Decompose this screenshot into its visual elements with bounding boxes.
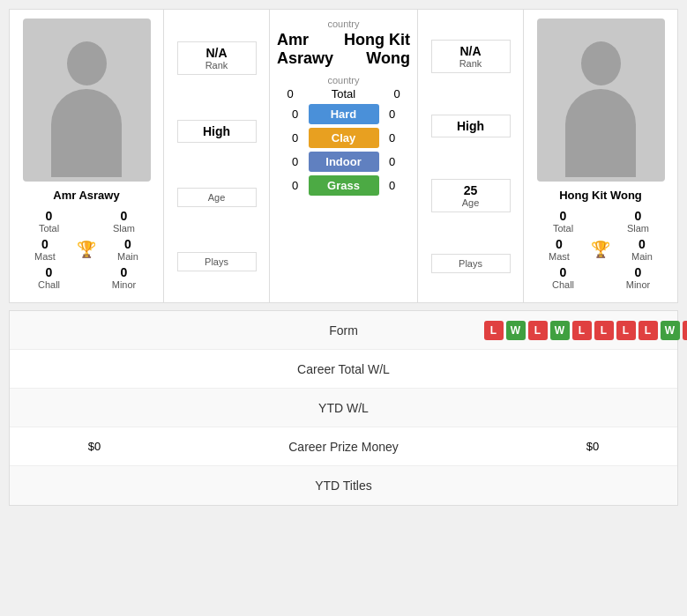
- form-badge-l: L: [528, 321, 548, 340]
- left-mast-stat: 0 Mast: [17, 237, 73, 262]
- form-badge-l: L: [638, 321, 658, 340]
- court-row-indoor: 0 Indoor 0: [282, 152, 406, 172]
- form-badges: LWLWLLLLWL: [484, 321, 688, 340]
- left-total-value: 0: [17, 209, 81, 223]
- right-total-stat: 0 Total: [531, 209, 595, 234]
- left-main-label: Main: [100, 251, 156, 262]
- left-main-value: 0: [100, 237, 156, 251]
- right-minor-value: 0: [606, 265, 670, 279]
- form-badge-w: W: [506, 321, 526, 340]
- avatar-head-right: [581, 41, 621, 85]
- right-mast-stat: 0 Mast: [531, 237, 587, 262]
- left-player-name: Amr Asrawy: [53, 189, 119, 202]
- left-trophy-row: 0 Mast 🏆 0 Main: [17, 237, 156, 262]
- right-slam-value: 0: [606, 209, 670, 223]
- right-slam-label: Slam: [606, 223, 670, 234]
- left-title: Amr Asrawy: [277, 31, 344, 68]
- right-age-value: 25: [443, 183, 499, 197]
- form-badge-l: L: [572, 321, 592, 340]
- left-total-stat: 0 Total: [17, 209, 81, 234]
- left-slam-stat: 0 Slam: [92, 209, 156, 234]
- right-high-box: High: [431, 115, 511, 137]
- left-mast-label: Mast: [17, 251, 73, 262]
- court-btn-hard: Hard: [309, 104, 379, 124]
- right-player-card: Hong Kit Wong 0 Total 0 Slam 0 Mast 🏆: [523, 10, 677, 302]
- main-container: Amr Asrawy 0 Total 0 Slam 0 Mast 🏆 0: [0, 0, 687, 520]
- center-courts-panel: country Amr Asrawy Hong Kit Wong country…: [270, 10, 417, 302]
- right-high-value: High: [443, 119, 499, 133]
- right-main-value: 0: [614, 237, 670, 251]
- form-row: Form LWLWLLLLWL: [10, 311, 677, 350]
- left-rank-value: N/A: [189, 46, 245, 60]
- court-btn-clay: Clay: [309, 128, 379, 148]
- right-chall-value: 0: [531, 265, 595, 279]
- right-rank-box: N/A Rank: [431, 40, 511, 73]
- total-label: Total: [303, 87, 384, 100]
- right-country-flag: country: [327, 75, 359, 85]
- bottom-stats: Form LWLWLLLLWL Career Total W/L YTD W/L…: [9, 310, 678, 506]
- form-badge-l: L: [616, 321, 636, 340]
- left-main-stat: 0 Main: [100, 237, 156, 262]
- left-rank-box: N/A Rank: [177, 41, 257, 75]
- right-chall-stat: 0 Chall: [531, 265, 595, 290]
- court-right-score-hard: 0: [379, 108, 406, 121]
- right-title: Hong Kit Wong: [344, 31, 411, 68]
- court-right-score-grass: 0: [379, 179, 406, 192]
- left-chall-value: 0: [17, 265, 81, 279]
- right-plays-label: Plays: [443, 258, 499, 269]
- right-trophy-row: 0 Mast 🏆 0 Main: [531, 237, 670, 262]
- right-main-label: Main: [614, 251, 670, 262]
- right-player-name: Hong Kit Wong: [559, 189, 642, 202]
- form-label: Form: [165, 323, 522, 338]
- left-age-box: Age: [177, 188, 257, 207]
- form-badges-container: LWLWLLLLWL: [522, 321, 663, 340]
- ytd-titles-row: YTD Titles: [10, 466, 677, 505]
- court-row-clay: 0 Clay 0: [282, 128, 406, 148]
- right-minor-label: Minor: [606, 279, 670, 290]
- right-rank-value: N/A: [443, 44, 499, 58]
- prize-row: $0 Career Prize Money $0: [10, 427, 677, 466]
- right-slam-stat: 0 Slam: [606, 209, 670, 234]
- left-prize: $0: [24, 440, 165, 453]
- court-left-score-clay: 0: [282, 131, 309, 145]
- right-player-avatar: [537, 19, 665, 182]
- right-plays-box: Plays: [431, 254, 511, 273]
- player-names-row: Amr Asrawy Hong Kit Wong: [277, 31, 410, 68]
- form-badge-w: W: [661, 321, 680, 340]
- right-prize: $0: [522, 440, 663, 453]
- left-plays-box: Plays: [177, 252, 257, 271]
- court-btn-indoor: Indoor: [309, 152, 379, 172]
- form-badge-l: L: [484, 321, 504, 340]
- right-trophy-icon: 🏆: [591, 240, 610, 259]
- court-row-hard: 0 Hard 0: [282, 104, 406, 124]
- avatar-head-left: [67, 41, 107, 85]
- right-age-label: Age: [443, 197, 499, 208]
- left-high-value: High: [189, 124, 245, 138]
- left-minor-value: 0: [92, 265, 156, 279]
- form-badge-l: L: [594, 321, 614, 340]
- right-mast-label: Mast: [531, 251, 587, 262]
- court-row-grass: 0 Grass 0: [282, 175, 406, 196]
- left-slam-label: Slam: [92, 223, 156, 234]
- prize-label: Career Prize Money: [165, 440, 522, 454]
- top-section: Amr Asrawy 0 Total 0 Slam 0 Mast 🏆 0: [9, 9, 678, 303]
- court-right-score-indoor: 0: [379, 155, 406, 168]
- left-plays-label: Plays: [189, 256, 245, 267]
- left-chall-stat: 0 Chall: [17, 265, 81, 290]
- right-rank-label: Rank: [443, 58, 499, 69]
- left-detail-panel: N/A Rank High Age Plays: [164, 10, 270, 302]
- avatar-body-left: [51, 89, 122, 177]
- court-btn-grass: Grass: [309, 175, 379, 196]
- avatar-body-right: [565, 89, 636, 177]
- career-total-row: Career Total W/L: [10, 350, 677, 389]
- right-total-court: 0: [384, 87, 410, 100]
- left-high-box: High: [177, 120, 257, 143]
- ytd-wl-row: YTD W/L: [10, 389, 677, 427]
- ytd-wl-label: YTD W/L: [165, 401, 522, 415]
- left-minor-grid: 0 Chall 0 Minor: [17, 265, 156, 290]
- left-mast-value: 0: [17, 237, 73, 251]
- left-chall-label: Chall: [17, 279, 81, 290]
- court-left-score-grass: 0: [282, 179, 309, 192]
- left-stats-grid: 0 Total 0 Slam: [17, 209, 156, 234]
- right-header: country: [327, 75, 359, 85]
